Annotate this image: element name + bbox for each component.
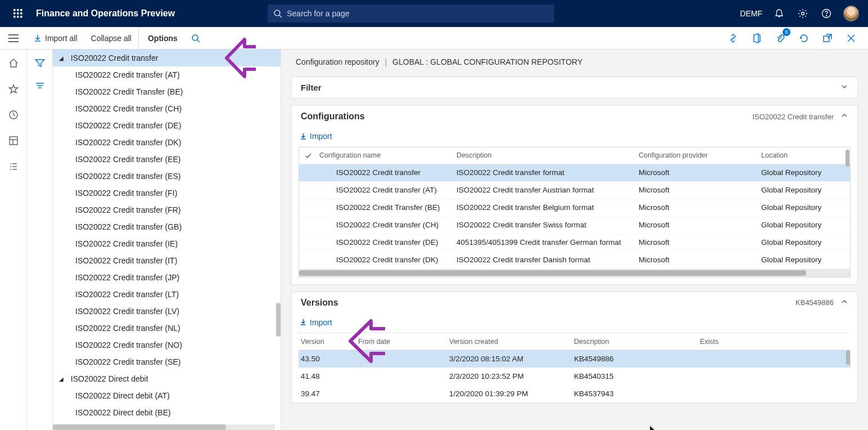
- close-icon[interactable]: [843, 30, 859, 46]
- global-search[interactable]: Search for a page: [268, 5, 554, 23]
- svg-rect-4: [17, 12, 19, 15]
- filter-panel-header[interactable]: Filter: [292, 77, 857, 98]
- popout-icon[interactable]: [820, 30, 835, 46]
- col-version[interactable]: Version: [299, 338, 358, 346]
- svg-rect-7: [17, 16, 19, 18]
- tree-item-root[interactable]: ◢ ISO20022 Credit transfer: [53, 50, 281, 66]
- col-name[interactable]: Configuration name: [317, 151, 456, 159]
- attach-icon[interactable]: 0: [772, 30, 788, 46]
- office-icon[interactable]: [749, 30, 765, 46]
- refresh-icon[interactable]: [796, 30, 812, 46]
- config-row[interactable]: ISO20022 Credit transfer (AT)ISO20022 Cr…: [299, 182, 850, 199]
- config-row[interactable]: ISO20022 Credit transfer (DE)4051395/405…: [299, 234, 850, 252]
- options-button[interactable]: Options: [138, 27, 184, 49]
- versions-sub: KB4549886: [795, 298, 834, 307]
- app-title: Finance and Operations Preview: [31, 8, 175, 19]
- tree-item[interactable]: ISO20022 Credit transfer (FR): [53, 201, 281, 218]
- tree-item[interactable]: ISO20022 Credit Transfer (BE): [53, 83, 281, 100]
- config-row[interactable]: ISO20022 Credit transfer (CH)ISO20022 Cr…: [299, 217, 850, 234]
- tree-item[interactable]: ISO20022 Credit transfer (JP): [53, 269, 281, 286]
- download-icon: [300, 319, 307, 326]
- find-button[interactable]: [184, 27, 207, 49]
- download-icon: [34, 34, 42, 42]
- config-row[interactable]: ISO20022 Credit transferISO20022 Credit …: [299, 164, 850, 182]
- download-icon: [300, 133, 307, 140]
- versions-import-label: Import: [310, 318, 332, 327]
- import-all-button[interactable]: Import all: [27, 27, 84, 49]
- versions-import-button[interactable]: Import: [300, 318, 332, 327]
- col-exists[interactable]: Exists: [700, 338, 851, 346]
- versions-header[interactable]: Versions KB4549886: [292, 292, 857, 313]
- rail-recent-icon[interactable]: [4, 106, 22, 124]
- rail-modules-icon[interactable]: [4, 158, 22, 176]
- tree-hscroll[interactable]: [53, 424, 275, 430]
- tree-item-sibling[interactable]: ◢ ISO20022 Direct debit: [53, 370, 281, 387]
- svg-point-11: [802, 12, 804, 15]
- tree-item[interactable]: ISO20022 Credit transfer (DK): [53, 134, 281, 151]
- chevron-up-icon: [840, 111, 848, 122]
- tree-pane: ◢ ISO20022 Credit transfer ISO20022 Cred…: [53, 50, 281, 430]
- tree-vscroll[interactable]: [275, 50, 281, 424]
- config-row[interactable]: ISO20022 Credit Transfer (BE)ISO20022 Cr…: [299, 199, 850, 217]
- tree-item[interactable]: ISO20022 Credit transfer (GB): [53, 218, 281, 235]
- tree-item[interactable]: ISO20022 Credit transfer (IT): [53, 252, 281, 269]
- versions-title: Versions: [301, 298, 338, 308]
- help-icon[interactable]: [820, 7, 833, 20]
- svg-rect-8: [20, 16, 22, 18]
- gear-icon[interactable]: [796, 7, 810, 20]
- col-desc[interactable]: Description: [456, 151, 639, 159]
- rail-workspace-icon[interactable]: [4, 132, 22, 150]
- user-avatar[interactable]: [843, 6, 859, 21]
- col-prov[interactable]: Configuration provider: [639, 151, 761, 159]
- chevron-down-icon: [840, 83, 848, 92]
- tree-item[interactable]: ISO20022 Credit transfer (SE): [53, 353, 281, 370]
- tree-sort-icon[interactable]: [31, 77, 49, 95]
- tree-item[interactable]: ISO20022 Credit transfer (ES): [53, 168, 281, 185]
- configurations-header[interactable]: Configurations ISO20022 Credit transfer: [292, 106, 857, 127]
- config-row[interactable]: ISO20022 Credit transfer (DK)ISO20022 Cr…: [299, 252, 850, 269]
- svg-point-17: [192, 35, 198, 41]
- configurations-title: Configurations: [301, 111, 365, 122]
- config-grid-header: Configuration name Description Configura…: [299, 147, 850, 164]
- tree-item[interactable]: ISO20022 Direct debit (AT): [53, 387, 281, 404]
- tree-item[interactable]: ISO20022 Credit transfer (CH): [53, 100, 281, 117]
- rail-star-icon[interactable]: [4, 80, 22, 98]
- tree-item[interactable]: ISO20022 Credit transfer (DE): [53, 117, 281, 134]
- collapse-all-button[interactable]: Collapse all: [84, 27, 138, 49]
- collapse-all-label: Collapse all: [91, 34, 132, 43]
- version-row[interactable]: 41.482/3/2020 10:23:52 PMKB4540315: [299, 368, 851, 385]
- config-vscroll[interactable]: [844, 147, 850, 269]
- tree-item[interactable]: ISO20022 Direct debit (BE): [53, 404, 281, 421]
- version-row[interactable]: 43.503/2/2020 08:15:02 AMKB4549886: [299, 350, 851, 368]
- waffle-icon[interactable]: [4, 9, 31, 18]
- col-loc[interactable]: Location: [761, 151, 850, 159]
- col-desc[interactable]: Description: [574, 338, 700, 346]
- tree-item[interactable]: ISO20022 Credit transfer (EE): [53, 151, 281, 168]
- col-from[interactable]: From date: [358, 338, 449, 346]
- tree-item[interactable]: ISO20022 Credit transfer (NO): [53, 337, 281, 353]
- select-all[interactable]: [299, 152, 317, 159]
- nav-hamburger[interactable]: [0, 27, 27, 50]
- configurations-sub: ISO20022 Credit transfer: [752, 113, 834, 121]
- configurations-panel: Configurations ISO20022 Credit transfer …: [291, 105, 858, 285]
- rail-home-icon[interactable]: [4, 54, 22, 72]
- tree-item[interactable]: ISO20022 Credit transfer (AT): [53, 66, 281, 83]
- breadcrumb-a[interactable]: Configuration repository: [296, 57, 379, 66]
- tree-item[interactable]: ISO20022 Credit transfer (IE): [53, 235, 281, 252]
- versions-vscroll[interactable]: [845, 350, 851, 402]
- link-icon[interactable]: [725, 30, 741, 46]
- version-row[interactable]: 39.471/20/2020 01:39:29 PMKB4537943: [299, 385, 851, 402]
- config-import-button[interactable]: Import: [300, 132, 332, 141]
- caret-down-icon[interactable]: ◢: [56, 55, 66, 61]
- tree-filter-icon[interactable]: [31, 54, 49, 72]
- tree-item[interactable]: ISO20022 Credit transfer (NL): [53, 320, 281, 337]
- content-pane: Configuration repository | GLOBAL : GLOB…: [281, 50, 868, 430]
- company-badge[interactable]: DEMF: [740, 9, 762, 18]
- config-hscroll[interactable]: [299, 269, 850, 277]
- caret-down-icon[interactable]: ◢: [56, 376, 66, 382]
- col-created[interactable]: Version created: [449, 338, 574, 346]
- tree-item[interactable]: ISO20022 Credit transfer (LT): [53, 286, 281, 303]
- tree-item[interactable]: ISO20022 Credit transfer (LV): [53, 303, 281, 320]
- tree-item[interactable]: ISO20022 Credit transfer (FI): [53, 185, 281, 201]
- bell-icon[interactable]: [772, 7, 786, 20]
